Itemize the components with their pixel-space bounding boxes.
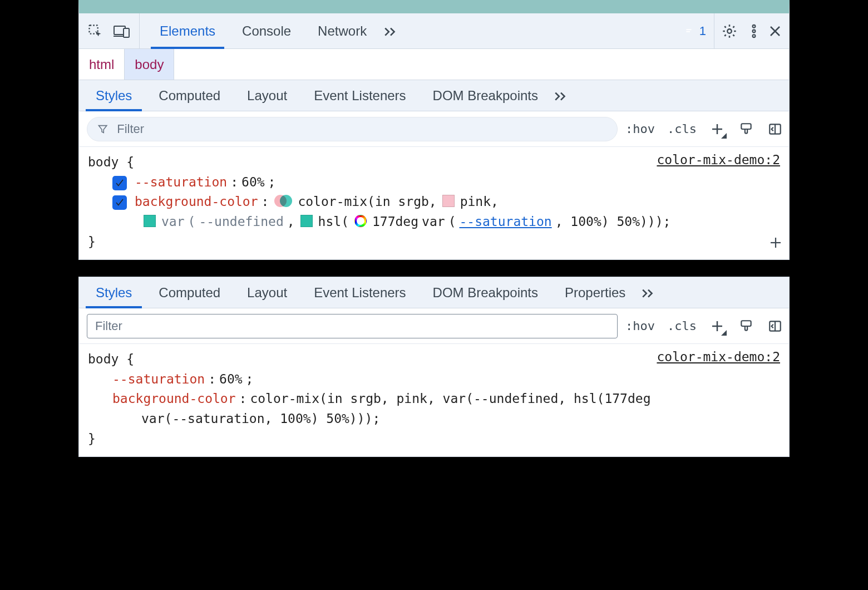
- subtab-computed[interactable]: Computed: [145, 80, 234, 111]
- styles-filter-box[interactable]: [87, 314, 618, 338]
- css-var-name: --undefined: [199, 212, 283, 232]
- styles-tool-buttons: :hov .cls: [625, 318, 783, 335]
- css-value-segment: color-mix(in srgb,: [298, 192, 436, 212]
- css-property-value: 60%: [241, 173, 265, 193]
- subtab-dom-breakpoints[interactable]: DOM Breakpoints: [420, 80, 551, 111]
- declaration-saturation[interactable]: --saturation: 60%;: [88, 173, 780, 193]
- subtab-layout[interactable]: Layout: [234, 80, 300, 111]
- css-value-segment: var: [161, 212, 185, 232]
- css-value-segment: pink,: [460, 192, 499, 212]
- styles-subtab-bar: Styles Computed Layout Event Listeners D…: [79, 80, 789, 111]
- color-swatch-icon[interactable]: [144, 215, 156, 227]
- hue-swatch-icon[interactable]: [354, 215, 367, 227]
- declaration-saturation[interactable]: --saturation: 60%;: [88, 370, 780, 390]
- breadcrumb-html[interactable]: html: [79, 49, 125, 80]
- css-value-segment: var(--saturation, 100%) 50%)));: [141, 409, 380, 429]
- tab-network[interactable]: Network: [305, 13, 379, 48]
- settings-gear-icon[interactable]: [720, 22, 739, 41]
- subtab-styles[interactable]: Styles: [82, 80, 145, 111]
- styles-filter-box[interactable]: [87, 117, 618, 141]
- issues-count: 1: [699, 24, 706, 38]
- style-rule-block: color-mix-demo:2 body { --saturation: 60…: [79, 147, 789, 259]
- svg-point-8: [753, 24, 756, 27]
- tab-console[interactable]: Console: [230, 13, 303, 48]
- css-property-name: background-color: [112, 389, 236, 409]
- svg-rect-15: [741, 124, 751, 129]
- toggle-sidebar-icon[interactable]: [767, 121, 783, 137]
- add-declaration-icon[interactable]: [769, 232, 782, 256]
- svg-point-9: [753, 30, 756, 32]
- declaration-background-color[interactable]: background-color: color-mix(in srgb, pin…: [88, 192, 780, 212]
- css-value-segment: (: [448, 212, 456, 232]
- hov-toggle[interactable]: :hov: [625, 122, 655, 136]
- dom-breadcrumb: html body: [79, 49, 789, 80]
- more-subtabs-icon[interactable]: [639, 283, 658, 302]
- filter-funnel-icon: [97, 124, 108, 135]
- breadcrumb-body[interactable]: body: [125, 49, 174, 80]
- color-mix-swatch-icon[interactable]: [274, 195, 292, 207]
- styles-subtab-bar: Styles Computed Layout Event Listeners D…: [79, 277, 789, 308]
- new-style-rule-icon[interactable]: [709, 318, 726, 335]
- css-value-segment: color-mix(in srgb, pink, var(--undefined…: [250, 389, 650, 409]
- svg-point-7: [727, 29, 731, 33]
- tab-elements[interactable]: Elements: [147, 13, 228, 48]
- inspect-element-icon[interactable]: [86, 22, 105, 41]
- style-rule-block: color-mix-demo:2 body { --saturation: 60…: [79, 344, 789, 456]
- hov-toggle[interactable]: :hov: [625, 319, 655, 333]
- svg-rect-22: [741, 321, 751, 326]
- svg-rect-4: [684, 27, 694, 34]
- subtab-event-listeners[interactable]: Event Listeners: [300, 80, 419, 111]
- css-property-value: 60%: [219, 370, 243, 390]
- css-property-name: background-color: [135, 192, 258, 212]
- devtools-panel-lower: Styles Computed Layout Event Listeners D…: [78, 277, 790, 457]
- css-property-name: --saturation: [135, 173, 227, 193]
- paint-brush-icon[interactable]: [738, 318, 754, 335]
- styles-filter-input[interactable]: [116, 121, 607, 137]
- css-value-segment: var: [422, 212, 445, 232]
- declaration-background-color[interactable]: background-color: color-mix(in srgb, pin…: [88, 389, 780, 409]
- subtab-properties[interactable]: Properties: [551, 277, 639, 308]
- rule-origin-link[interactable]: color-mix-demo:2: [657, 150, 780, 170]
- css-value-segment: (: [188, 212, 196, 232]
- rule-origin-link[interactable]: color-mix-demo:2: [657, 347, 780, 367]
- css-property-name: --saturation: [112, 370, 205, 390]
- subtab-layout[interactable]: Layout: [234, 277, 300, 308]
- declaration-enabled-checkbox[interactable]: [112, 195, 127, 210]
- css-value-segment: 177deg: [372, 212, 418, 232]
- declaration-continuation[interactable]: var(--undefined, hsl( 177deg var(--satur…: [88, 212, 780, 232]
- svg-rect-3: [124, 28, 129, 37]
- css-value-segment: , 100%) 50%)));: [555, 212, 671, 232]
- more-tabs-icon[interactable]: [381, 22, 400, 41]
- main-toolbar: Elements Console Network 1: [79, 13, 789, 49]
- styles-filter-input[interactable]: [94, 318, 610, 334]
- styles-filter-row: :hov .cls: [79, 308, 789, 344]
- css-value-segment: ,: [287, 212, 295, 232]
- subtab-computed[interactable]: Computed: [145, 277, 234, 308]
- subtab-styles[interactable]: Styles: [82, 277, 145, 308]
- issues-indicator[interactable]: 1: [675, 13, 714, 48]
- new-style-rule-icon[interactable]: [709, 121, 726, 137]
- devtools-panel-upper: Elements Console Network 1 html body Sty…: [78, 0, 790, 260]
- device-toggle-icon[interactable]: [112, 22, 131, 41]
- paint-brush-icon[interactable]: [738, 121, 754, 137]
- cls-toggle[interactable]: .cls: [667, 122, 697, 136]
- color-swatch-icon[interactable]: [442, 195, 455, 207]
- subtab-dom-breakpoints[interactable]: DOM Breakpoints: [420, 277, 551, 308]
- toolbar-left-group: [86, 13, 140, 48]
- rule-close-brace: }: [88, 429, 780, 449]
- styles-filter-row: :hov .cls: [79, 111, 789, 147]
- css-var-link[interactable]: --saturation: [459, 212, 551, 232]
- cls-toggle[interactable]: .cls: [667, 319, 697, 333]
- styles-tool-buttons: :hov .cls: [625, 121, 783, 137]
- close-icon[interactable]: [766, 22, 785, 41]
- rule-close-brace: }: [88, 232, 780, 252]
- more-subtabs-icon[interactable]: [551, 86, 570, 105]
- kebab-menu-icon[interactable]: [744, 22, 763, 41]
- declaration-enabled-checkbox[interactable]: [112, 176, 127, 190]
- toggle-sidebar-icon[interactable]: [767, 318, 783, 335]
- css-value-segment: hsl(: [318, 212, 349, 232]
- declaration-continuation[interactable]: var(--saturation, 100%) 50%)));: [88, 409, 780, 429]
- color-swatch-icon[interactable]: [300, 215, 313, 227]
- svg-point-10: [753, 35, 756, 37]
- subtab-event-listeners[interactable]: Event Listeners: [300, 277, 419, 308]
